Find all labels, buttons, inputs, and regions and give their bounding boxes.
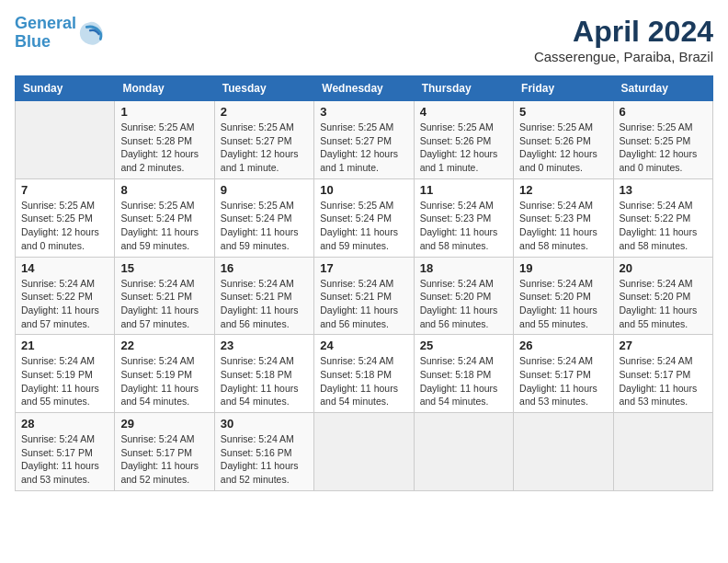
day-number: 29 <box>120 417 208 431</box>
day-number: 13 <box>620 183 707 197</box>
day-number: 1 <box>120 105 208 119</box>
day-info: Sunrise: 5:24 AMSunset: 5:22 PMDaylight:… <box>21 277 108 331</box>
day-info: Sunrise: 5:25 AMSunset: 5:28 PMDaylight:… <box>120 121 208 175</box>
day-number: 2 <box>221 105 308 119</box>
day-info: Sunrise: 5:24 AMSunset: 5:17 PMDaylight:… <box>120 432 208 487</box>
calendar-cell: 29Sunrise: 5:24 AMSunset: 5:17 PMDayligh… <box>115 413 214 491</box>
logo-text: GeneralBlue <box>15 15 76 52</box>
calendar-cell: 21Sunrise: 5:24 AMSunset: 5:19 PMDayligh… <box>16 335 115 413</box>
calendar-cell <box>314 413 414 491</box>
calendar-week-row: 14Sunrise: 5:24 AMSunset: 5:22 PMDayligh… <box>16 257 713 335</box>
day-number: 30 <box>221 417 308 431</box>
day-info: Sunrise: 5:24 AMSunset: 5:20 PMDaylight:… <box>620 277 707 331</box>
calendar-week-row: 7Sunrise: 5:25 AMSunset: 5:25 PMDaylight… <box>16 178 713 257</box>
calendar-cell: 2Sunrise: 5:25 AMSunset: 5:27 PMDaylight… <box>214 101 313 179</box>
calendar-cell <box>514 413 613 491</box>
calendar-cell: 26Sunrise: 5:24 AMSunset: 5:17 PMDayligh… <box>514 335 613 413</box>
day-number: 4 <box>420 105 507 119</box>
day-number: 12 <box>519 183 607 197</box>
day-of-week-header: Monday <box>115 76 214 101</box>
day-info: Sunrise: 5:24 AMSunset: 5:18 PMDaylight:… <box>221 354 308 408</box>
day-info: Sunrise: 5:25 AMSunset: 5:26 PMDaylight:… <box>420 121 507 175</box>
day-number: 6 <box>620 105 707 119</box>
day-info: Sunrise: 5:24 AMSunset: 5:19 PMDaylight:… <box>120 354 208 408</box>
day-info: Sunrise: 5:25 AMSunset: 5:26 PMDaylight:… <box>519 121 607 175</box>
calendar-cell: 13Sunrise: 5:24 AMSunset: 5:22 PMDayligh… <box>613 178 712 257</box>
day-number: 11 <box>420 183 507 197</box>
calendar-cell: 15Sunrise: 5:24 AMSunset: 5:21 PMDayligh… <box>115 257 214 335</box>
day-of-week-header: Saturday <box>613 76 712 101</box>
day-number: 16 <box>221 261 308 275</box>
day-info: Sunrise: 5:25 AMSunset: 5:25 PMDaylight:… <box>620 121 707 175</box>
calendar-cell: 7Sunrise: 5:25 AMSunset: 5:25 PMDaylight… <box>16 178 115 257</box>
day-info: Sunrise: 5:24 AMSunset: 5:18 PMDaylight:… <box>420 354 507 408</box>
calendar-cell: 19Sunrise: 5:24 AMSunset: 5:20 PMDayligh… <box>514 257 613 335</box>
day-info: Sunrise: 5:24 AMSunset: 5:18 PMDaylight:… <box>320 354 407 408</box>
day-info: Sunrise: 5:24 AMSunset: 5:21 PMDaylight:… <box>120 277 208 331</box>
day-number: 21 <box>21 339 108 352</box>
day-info: Sunrise: 5:24 AMSunset: 5:23 PMDaylight:… <box>519 199 607 253</box>
logo: GeneralBlue <box>15 15 104 52</box>
day-info: Sunrise: 5:24 AMSunset: 5:20 PMDaylight:… <box>420 277 507 331</box>
day-info: Sunrise: 5:25 AMSunset: 5:25 PMDaylight:… <box>21 199 108 253</box>
calendar-week-row: 28Sunrise: 5:24 AMSunset: 5:17 PMDayligh… <box>16 413 713 491</box>
day-number: 5 <box>519 105 607 119</box>
day-number: 14 <box>21 261 108 275</box>
day-info: Sunrise: 5:24 AMSunset: 5:17 PMDaylight:… <box>620 354 707 408</box>
day-info: Sunrise: 5:24 AMSunset: 5:21 PMDaylight:… <box>320 277 407 331</box>
calendar-week-row: 1Sunrise: 5:25 AMSunset: 5:28 PMDaylight… <box>16 101 713 179</box>
day-number: 18 <box>420 261 507 275</box>
day-info: Sunrise: 5:25 AMSunset: 5:24 PMDaylight:… <box>120 199 208 253</box>
calendar-cell: 14Sunrise: 5:24 AMSunset: 5:22 PMDayligh… <box>16 257 115 335</box>
calendar-cell: 20Sunrise: 5:24 AMSunset: 5:20 PMDayligh… <box>613 257 712 335</box>
day-number: 26 <box>519 339 607 352</box>
day-number: 9 <box>221 183 308 197</box>
day-number: 7 <box>21 183 108 197</box>
day-number: 20 <box>620 261 707 275</box>
calendar-cell <box>16 101 115 179</box>
calendar-cell: 6Sunrise: 5:25 AMSunset: 5:25 PMDaylight… <box>613 101 712 179</box>
calendar-cell: 30Sunrise: 5:24 AMSunset: 5:16 PMDayligh… <box>214 413 313 491</box>
day-number: 8 <box>120 183 208 197</box>
title-block: April 2024 Casserengue, Paraiba, Brazil <box>534 15 713 64</box>
day-info: Sunrise: 5:24 AMSunset: 5:22 PMDaylight:… <box>620 199 707 253</box>
day-of-week-header: Wednesday <box>314 76 414 101</box>
day-number: 28 <box>21 417 108 431</box>
calendar-cell: 23Sunrise: 5:24 AMSunset: 5:18 PMDayligh… <box>214 335 313 413</box>
calendar-cell: 11Sunrise: 5:24 AMSunset: 5:23 PMDayligh… <box>414 178 513 257</box>
calendar-cell: 9Sunrise: 5:25 AMSunset: 5:24 PMDaylight… <box>214 178 313 257</box>
calendar-week-row: 21Sunrise: 5:24 AMSunset: 5:19 PMDayligh… <box>16 335 713 413</box>
location: Casserengue, Paraiba, Brazil <box>534 49 713 64</box>
day-of-week-header: Thursday <box>414 76 513 101</box>
day-info: Sunrise: 5:24 AMSunset: 5:16 PMDaylight:… <box>221 432 308 487</box>
day-number: 24 <box>320 339 407 352</box>
calendar-cell: 5Sunrise: 5:25 AMSunset: 5:26 PMDaylight… <box>514 101 613 179</box>
calendar-cell: 10Sunrise: 5:25 AMSunset: 5:24 PMDayligh… <box>314 178 414 257</box>
day-number: 17 <box>320 261 407 275</box>
calendar-cell: 16Sunrise: 5:24 AMSunset: 5:21 PMDayligh… <box>214 257 313 335</box>
day-info: Sunrise: 5:25 AMSunset: 5:27 PMDaylight:… <box>320 121 407 175</box>
calendar-cell: 12Sunrise: 5:24 AMSunset: 5:23 PMDayligh… <box>514 178 613 257</box>
day-number: 27 <box>620 339 707 352</box>
calendar-cell: 24Sunrise: 5:24 AMSunset: 5:18 PMDayligh… <box>314 335 414 413</box>
calendar-cell: 28Sunrise: 5:24 AMSunset: 5:17 PMDayligh… <box>16 413 115 491</box>
calendar-cell: 22Sunrise: 5:24 AMSunset: 5:19 PMDayligh… <box>115 335 214 413</box>
page-header: GeneralBlue April 2024 Casserengue, Para… <box>15 15 713 64</box>
month-title: April 2024 <box>534 15 713 49</box>
logo-icon <box>78 20 104 46</box>
day-number: 25 <box>420 339 507 352</box>
day-info: Sunrise: 5:24 AMSunset: 5:17 PMDaylight:… <box>21 432 108 487</box>
day-number: 19 <box>519 261 607 275</box>
calendar-cell: 3Sunrise: 5:25 AMSunset: 5:27 PMDaylight… <box>314 101 414 179</box>
day-info: Sunrise: 5:24 AMSunset: 5:23 PMDaylight:… <box>420 199 507 253</box>
calendar-cell: 18Sunrise: 5:24 AMSunset: 5:20 PMDayligh… <box>414 257 513 335</box>
day-info: Sunrise: 5:24 AMSunset: 5:17 PMDaylight:… <box>519 354 607 408</box>
calendar-cell <box>414 413 513 491</box>
calendar-cell: 25Sunrise: 5:24 AMSunset: 5:18 PMDayligh… <box>414 335 513 413</box>
day-of-week-header: Sunday <box>16 76 115 101</box>
day-number: 15 <box>120 261 208 275</box>
day-of-week-header: Tuesday <box>214 76 313 101</box>
day-info: Sunrise: 5:24 AMSunset: 5:21 PMDaylight:… <box>221 277 308 331</box>
calendar-cell: 1Sunrise: 5:25 AMSunset: 5:28 PMDaylight… <box>115 101 214 179</box>
calendar-cell: 4Sunrise: 5:25 AMSunset: 5:26 PMDaylight… <box>414 101 513 179</box>
